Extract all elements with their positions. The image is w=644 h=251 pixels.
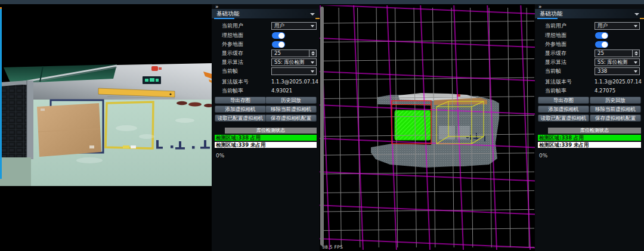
current-frame-select[interactable] xyxy=(271,67,317,75)
camera-view[interactable] xyxy=(0,4,212,251)
app-window: 38.5 FPS » 基础功能 当前用户 用户 理想地面 外参地面 显示缓存 xyxy=(0,0,644,251)
add-virtual-camera-button[interactable]: 添加虚拟相机 xyxy=(538,106,589,113)
row-algorithm-version: 算法版本号 1.1.3@2025.07.14 xyxy=(535,78,644,86)
field-label: 理想地面 xyxy=(222,32,243,39)
ideal-ground-toggle[interactable] xyxy=(595,32,608,39)
header-accent xyxy=(537,18,558,19)
select-value: 用户 xyxy=(597,23,608,29)
dropdown-arrow-icon xyxy=(634,70,637,73)
load-virtual-cameras-button[interactable]: 读取已配置虚拟相机 xyxy=(215,114,266,122)
field-label: 当前帧率 xyxy=(222,87,243,95)
remove-virtual-camera-button[interactable]: 移除当前虚拟相机 xyxy=(590,106,641,113)
toggle-knob xyxy=(278,42,284,48)
field-label: 显示缓存 xyxy=(545,49,566,57)
camera-image xyxy=(0,4,212,251)
select-value: SS: 库位检测 xyxy=(597,59,627,65)
field-label: 理想地面 xyxy=(545,32,566,39)
header-orange-marker xyxy=(315,18,320,19)
load-virtual-cameras-button[interactable]: 读取已配置虚拟相机 xyxy=(538,114,589,122)
progress-value: 0% xyxy=(539,153,547,159)
display-algorithm-select[interactable]: SS: 库位检测 xyxy=(595,58,640,66)
pointcloud-canvas xyxy=(320,4,535,251)
toggle-knob xyxy=(602,33,608,39)
extrinsic-ground-toggle[interactable] xyxy=(595,41,608,48)
spin-down-icon xyxy=(634,54,638,55)
export-image-button[interactable]: 导出存图 xyxy=(538,97,589,104)
spin-up-icon xyxy=(311,51,315,53)
current-frame-select[interactable]: 338 xyxy=(595,67,640,75)
field-label: 当前帧率 xyxy=(545,87,566,95)
add-virtual-camera-button[interactable]: 添加虚拟相机 xyxy=(215,106,266,113)
current-user-select[interactable]: 用户 xyxy=(595,22,640,30)
field-label: 当前帧 xyxy=(545,67,561,75)
save-virtual-camera-config-button[interactable]: 保存虚拟相机配置 xyxy=(590,114,641,122)
pointcloud-viewport[interactable]: 38.5 FPS xyxy=(320,4,535,251)
field-label: 显示缓存 xyxy=(222,49,243,57)
dropdown-arrow-icon xyxy=(634,25,637,27)
history-playback-button[interactable]: 历史回放 xyxy=(590,97,641,104)
spin-down-icon xyxy=(311,54,315,55)
row-algorithm-version: 算法版本号 1.1.3@2025.07.14 xyxy=(212,78,320,86)
header-orange-marker xyxy=(640,18,644,19)
chevron-down-icon[interactable] xyxy=(310,13,315,16)
row-ideal-ground: 理想地面 xyxy=(535,32,644,39)
dropdown-arrow-icon xyxy=(311,70,314,73)
row-frame-rate: 当前帧率 4.27075 xyxy=(535,87,644,95)
panel-title: 基础功能 xyxy=(216,10,239,17)
dropdown-arrow-icon xyxy=(311,25,314,27)
field-label: 显示算法 xyxy=(545,58,566,66)
slot-status-row-occupied: 检测区域:338 占用 xyxy=(538,135,641,141)
row-display-algorithm: 显示算法 SS: 库位检测 xyxy=(212,58,320,66)
control-panel-left: » 基础功能 当前用户 用户 理想地面 外参地面 显示缓存 25 xyxy=(212,4,320,251)
row-display-cache: 显示缓存 25 xyxy=(212,49,320,57)
spinbox-buttons[interactable] xyxy=(309,50,316,57)
row-ideal-ground: 理想地面 xyxy=(212,32,320,39)
select-value: SS: 库位检测 xyxy=(274,59,304,65)
extrinsic-ground-toggle[interactable] xyxy=(272,41,285,48)
magenta-grid-vertical xyxy=(320,5,535,250)
field-label: 当前帧 xyxy=(222,67,238,75)
slot-status-row-free: 检测区域:339 未占用 xyxy=(215,142,317,148)
algorithm-version-value: 1.1.3@2025.07.14 xyxy=(271,78,318,86)
slot-status-header: 库位检测状态 xyxy=(548,128,641,134)
field-label: 当前用户 xyxy=(545,22,566,30)
row-display-algorithm: 显示算法 SS: 库位检测 xyxy=(535,58,644,66)
display-algorithm-select[interactable]: SS: 库位检测 xyxy=(271,58,317,66)
display-cache-spinbox[interactable]: 25 xyxy=(595,49,640,57)
display-cache-spinbox[interactable]: 25 xyxy=(271,49,317,57)
export-image-button[interactable]: 导出存图 xyxy=(215,97,266,104)
current-user-select[interactable]: 用户 xyxy=(271,22,317,30)
row-current-user: 当前用户 用户 xyxy=(535,22,644,30)
viewport-scrollbar[interactable] xyxy=(320,7,324,246)
field-label: 算法版本号 xyxy=(545,78,572,86)
focus-stripe xyxy=(0,9,2,179)
slot-status-row-occupied: 检测区域:338 占用 xyxy=(215,135,317,141)
field-label: 显示算法 xyxy=(222,58,243,66)
dropdown-arrow-icon xyxy=(634,61,637,64)
save-virtual-camera-config-button[interactable]: 保存虚拟相机配置 xyxy=(265,114,317,122)
row-extrinsic-ground: 外参地面 xyxy=(212,41,320,48)
storage-racks xyxy=(0,80,33,186)
row-extrinsic-ground: 外参地面 xyxy=(535,41,644,48)
algorithm-version-value: 1.1.3@2025.07.14 xyxy=(595,78,642,86)
header-accent xyxy=(214,18,234,19)
select-value: 用户 xyxy=(274,23,284,29)
slot-status-header: 库位检测状态 xyxy=(225,128,317,134)
row-current-frame: 当前帧 xyxy=(212,67,320,75)
row-frame-rate: 当前帧率 4.93021 xyxy=(212,87,320,95)
frame-rate-value: 4.27075 xyxy=(595,87,615,95)
row-current-frame: 当前帧 338 xyxy=(535,67,644,75)
history-playback-button[interactable]: 历史回放 xyxy=(265,97,317,104)
row-current-user: 当前用户 用户 xyxy=(212,22,320,30)
chevron-down-icon[interactable] xyxy=(634,13,639,16)
ideal-ground-toggle[interactable] xyxy=(272,32,285,39)
field-label: 外参地面 xyxy=(222,41,243,48)
exit-sign xyxy=(143,76,161,84)
row-display-cache: 显示缓存 25 xyxy=(535,49,644,57)
remove-virtual-camera-button[interactable]: 移除当前虚拟相机 xyxy=(265,106,317,113)
toggle-knob xyxy=(602,42,608,48)
spinbox-value: 25 xyxy=(274,50,281,56)
window-top-strip xyxy=(0,0,644,4)
spinbox-buttons[interactable] xyxy=(632,50,639,57)
cardboard-box xyxy=(37,103,101,157)
